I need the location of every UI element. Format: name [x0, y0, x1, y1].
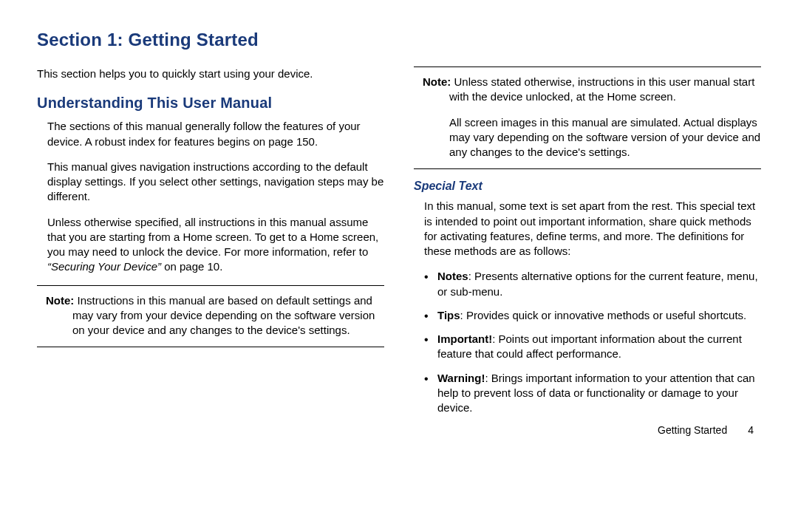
note-text: Note: Unless stated otherwise, instructi… [414, 75, 761, 105]
two-column-layout: This section helps you to quickly start … [37, 66, 761, 436]
right-column: Note: Unless stated otherwise, instructi… [414, 66, 761, 436]
paragraph: The sections of this manual generally fo… [37, 119, 384, 149]
manual-page: Section 1: Getting Started This section … [0, 0, 798, 458]
list-item: Tips: Provides quick or innovative metho… [424, 308, 761, 323]
note-block: Note: Unless stated otherwise, instructi… [414, 66, 761, 169]
page-footer: Getting Started4 [414, 424, 761, 436]
special-text-list: Notes: Presents alternative options for … [414, 269, 761, 415]
item-label: Notes [437, 270, 468, 282]
list-item: Notes: Presents alternative options for … [424, 269, 761, 299]
subsection-title: Understanding This User Manual [37, 95, 384, 112]
left-column: This section helps you to quickly start … [37, 66, 384, 436]
item-label: Tips [437, 309, 460, 321]
section-title: Section 1: Getting Started [37, 30, 761, 50]
cross-reference: “Securing Your Device” [47, 260, 161, 273]
note-label: Note: [423, 75, 451, 88]
intro-text: This section helps you to quickly start … [37, 66, 384, 81]
text-run: Unless otherwise specified, all instruct… [47, 216, 378, 259]
text-run: on page 10. [161, 260, 222, 273]
footer-label: Getting Started [658, 424, 727, 436]
item-label: Important! [437, 332, 492, 345]
item-text: : Provides quick or innovative methods o… [460, 309, 747, 321]
list-item: Warning!: Brings important information t… [424, 371, 761, 416]
list-item: Important!: Points out important informa… [424, 332, 761, 362]
paragraph: In this manual, some text is set apart f… [414, 199, 761, 259]
special-text-heading: Special Text [414, 180, 761, 193]
paragraph: Unless otherwise specified, all instruct… [37, 215, 384, 275]
note-block: Note: Instructions in this manual are ba… [37, 285, 384, 348]
note-paragraph: All screen images in this manual are sim… [414, 115, 761, 160]
note-text: Note: Instructions in this manual are ba… [37, 293, 384, 338]
note-body: Unless stated otherwise, instructions in… [449, 75, 754, 103]
page-number: 4 [748, 424, 754, 436]
item-text: : Brings important information to your a… [437, 372, 755, 415]
paragraph: This manual gives navigation instruction… [37, 160, 384, 205]
note-label: Note: [46, 294, 74, 307]
note-body: Instructions in this manual are based on… [72, 294, 375, 337]
item-label: Warning! [437, 372, 485, 384]
item-text: : Presents alternative options for the c… [437, 270, 758, 297]
